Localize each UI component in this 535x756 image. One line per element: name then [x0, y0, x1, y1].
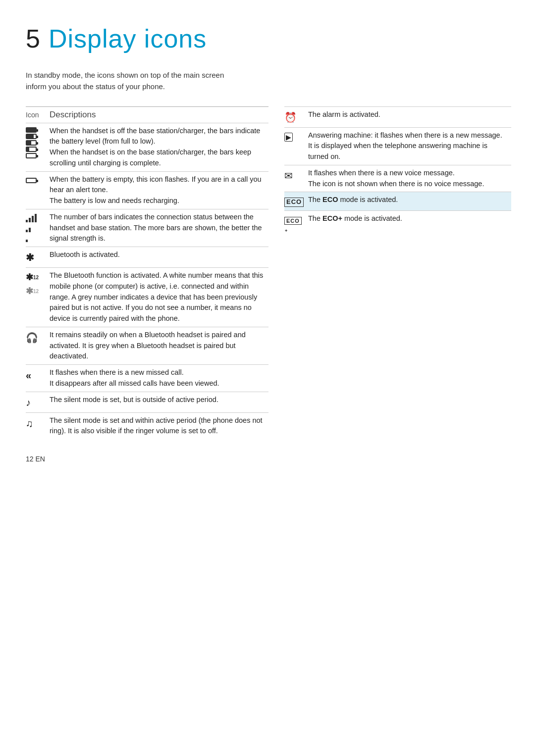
- chapter-number: 5: [26, 24, 41, 53]
- bt-num-white: ✱12: [26, 271, 46, 284]
- desc-cell-missed-call: It flashes when there is a new missed ca…: [50, 365, 268, 392]
- col-header-icon: Icon: [26, 106, 50, 123]
- signal-bars-low: [26, 233, 46, 242]
- desc-cell-voicemail: It flashes when there is a new voice mes…: [308, 165, 511, 192]
- table-row: The number of bars indicates the connect…: [26, 209, 268, 247]
- right-column: ⏰ The alarm is activated. ▶︎ Answering m…: [268, 106, 511, 242]
- icon-cell-alarm: ⏰: [284, 106, 308, 127]
- sig-bar-3: [32, 216, 34, 222]
- sig-bar-1: [26, 240, 28, 242]
- bluetooth-icon: ✱: [26, 252, 34, 263]
- table-row: ECO+ The ECO+ mode is activated.: [284, 210, 511, 242]
- missed-call-icon: «: [26, 370, 30, 381]
- desc-cell-eco-plus: The ECO+ mode is activated.: [308, 210, 511, 242]
- desc-cell-battery-empty: When the battery is empty, this icon fla…: [50, 171, 268, 209]
- bluetooth-num-icon-2: ✱: [26, 285, 33, 298]
- eco-plus-icon: ECO: [284, 217, 302, 225]
- battery-empty-icon: [26, 178, 37, 183]
- battery-full-icon: [26, 127, 37, 133]
- sig-bar-2: [29, 218, 31, 222]
- page-number: 12 EN: [26, 455, 45, 463]
- eco-plus-bold: ECO+: [322, 214, 342, 222]
- table-row: When the handset is off the base station…: [26, 123, 268, 171]
- icon-cell-voicemail: ✉: [284, 165, 308, 192]
- icon-cell-answering-machine: ▶︎: [284, 127, 308, 165]
- table-row: 🎧 It remains steadily on when a Bluetoot…: [26, 327, 268, 364]
- icon-cell-bluetooth-numbered: ✱12 ✱12: [26, 268, 50, 327]
- desc-cell-bluetooth-numbered: The Bluetooth function is activated. A w…: [50, 268, 268, 327]
- title-text: Display icons: [49, 24, 207, 53]
- icon-cell-battery-stack: [26, 123, 50, 171]
- battery-3q-icon: [26, 134, 37, 139]
- icon-cell-eco-plus: ECO+: [284, 210, 308, 242]
- sig-bar-1: [26, 220, 28, 222]
- icon-cell-eco: ECO: [284, 192, 308, 211]
- table-row: ▶︎ Answering machine: it flashes when th…: [284, 127, 511, 165]
- icon-cell-bluetooth: ✱: [26, 247, 50, 268]
- footer: 12 EN: [26, 455, 509, 463]
- voicemail-icon: ✉: [284, 170, 293, 181]
- bt-sub-12-grey: 12: [33, 288, 39, 295]
- eco-plus-icon-wrapper: ECO+: [284, 214, 304, 239]
- right-icon-table: ⏰ The alarm is activated. ▶︎ Answering m…: [284, 106, 511, 242]
- battery-empty-charging-icon: [26, 153, 37, 158]
- page-title: 5Display icons: [26, 24, 509, 53]
- table-row: ✱12 ✱12 The Bluetooth function is activa…: [26, 268, 268, 327]
- eco-icon: ECO: [284, 198, 304, 206]
- icon-cell-signal: [26, 209, 50, 247]
- silent-active-icon: ♫: [26, 418, 33, 429]
- signal-bars-medium: [26, 223, 46, 232]
- battery-half-icon: [26, 140, 37, 146]
- desc-cell-bt-headset: It remains steadily on when a Bluetooth …: [50, 327, 268, 364]
- bluetooth-numbered-icons: ✱12 ✱12: [26, 271, 46, 298]
- desc-cell-silent-active: The silent mode is set and within active…: [50, 412, 268, 439]
- sig-bar-4: [35, 214, 37, 222]
- battery-icons: [26, 126, 46, 159]
- icon-cell-bt-headset: 🎧: [26, 327, 50, 364]
- signal-bars-stack: [26, 212, 46, 242]
- desc-cell-battery: When the handset is off the base station…: [50, 123, 268, 171]
- bluetooth-num-icon-1: ✱: [26, 271, 33, 284]
- desc-cell-eco: The ECO mode is activated.: [308, 192, 511, 211]
- desc-cell-alarm: The alarm is activated.: [308, 106, 511, 127]
- bt-sub-12-white: 12: [33, 274, 39, 281]
- col-header-desc: Descriptions: [50, 106, 268, 123]
- table-row: ✱ Bluetooth is activated.: [26, 247, 268, 268]
- signal-bars-full: [26, 213, 46, 222]
- table-row: ♫ The silent mode is set and within acti…: [26, 412, 268, 439]
- icon-cell-silent-active: ♫: [26, 412, 50, 439]
- table-row: ♪ The silent mode is set, but is outside…: [26, 392, 268, 412]
- desc-cell-signal: The number of bars indicates the connect…: [50, 209, 268, 247]
- eco-bold: ECO: [322, 196, 338, 203]
- icon-cell-battery-empty: [26, 171, 50, 209]
- sig-bar-2: [29, 228, 31, 232]
- silent-outside-icon: ♪: [26, 397, 31, 408]
- left-column: Icon Descriptions: [26, 106, 268, 440]
- table-row: When the battery is empty, this icon fla…: [26, 171, 268, 209]
- left-icon-table: Icon Descriptions: [26, 106, 268, 440]
- desc-cell-bluetooth: Bluetooth is activated.: [50, 247, 268, 268]
- bluetooth-headset-icon: 🎧: [26, 332, 38, 343]
- desc-cell-silent-outside: The silent mode is set, but is outside o…: [50, 392, 268, 412]
- sig-bar-1: [26, 230, 28, 232]
- intro-paragraph: In standby mode, the icons shown on top …: [26, 69, 239, 93]
- table-row: « It flashes when there is a new missed …: [26, 365, 268, 392]
- main-layout: Icon Descriptions: [26, 106, 509, 440]
- eco-plus-superscript: +: [285, 228, 287, 233]
- battery-1q-icon: [26, 147, 37, 152]
- icon-cell-silent-outside: ♪: [26, 392, 50, 412]
- desc-cell-answering-machine: Answering machine: it flashes when there…: [308, 127, 511, 165]
- alarm-icon: ⏰: [284, 112, 297, 123]
- answering-machine-icon: ▶︎: [284, 133, 293, 142]
- table-row: ✉ It flashes when there is a new voice m…: [284, 165, 511, 192]
- table-row: ⏰ The alarm is activated.: [284, 106, 511, 127]
- icon-cell-missed-call: «: [26, 365, 50, 392]
- table-row: ECO The ECO mode is activated.: [284, 192, 511, 211]
- bt-num-grey: ✱12: [26, 285, 46, 298]
